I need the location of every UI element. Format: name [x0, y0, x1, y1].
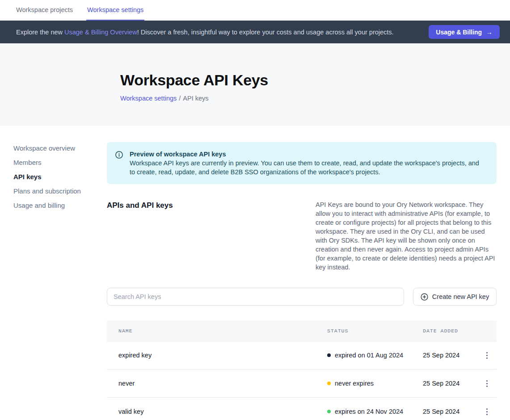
column-header-status: STATUS [327, 328, 421, 334]
table-row: never never expires 25 Sep 2024 [107, 370, 497, 398]
preview-alert: Preview of workspace API keys Workspace … [107, 142, 497, 184]
banner-message: Explore the new Usage & Billing Overview… [16, 29, 429, 36]
table-row: expired key expired on 01 Aug 2024 25 Se… [107, 341, 497, 370]
tab-workspace-settings[interactable]: Workspace settings [86, 0, 144, 21]
plus-circle-icon [421, 293, 428, 301]
api-key-name: valid key [118, 408, 327, 415]
search-input[interactable] [107, 288, 404, 306]
api-key-status: expires on 24 Nov 2024 [327, 408, 421, 415]
table-row: valid key expires on 24 Nov 2024 25 Sep … [107, 398, 497, 420]
status-label: expires on 24 Nov 2024 [335, 408, 403, 415]
page-header: Workspace API Keys Workspace settings/AP… [0, 43, 510, 126]
sidebar-item-workspace-overview[interactable]: Workspace overview [13, 141, 107, 155]
content-column: Preview of workspace API keys Workspace … [107, 126, 497, 420]
banner-text-before: Explore the new [16, 29, 64, 36]
usage-billing-button-label: Usage & Billing [436, 29, 482, 36]
apis-section: APIs and API keys API Keys are bound to … [107, 200, 497, 272]
sidebar-item-api-keys[interactable]: API keys [13, 169, 107, 184]
table-header-row: NAME STATUS DATE ADDED [107, 320, 497, 341]
status-dot [327, 353, 331, 357]
sidebar-item-members[interactable]: Members [13, 155, 107, 169]
main-area: Workspace overview Members API keys Plan… [0, 126, 510, 420]
api-key-name: expired key [118, 352, 327, 359]
row-actions-kebab-icon[interactable] [480, 349, 493, 361]
page-title: Workspace API Keys [120, 71, 497, 89]
alert-body: Workspace API keys are currently in prev… [130, 159, 486, 176]
status-dot [327, 382, 331, 385]
api-keys-table: NAME STATUS DATE ADDED expired key expir… [107, 320, 497, 420]
status-dot [327, 410, 331, 413]
tab-workspace-projects[interactable]: Workspace projects [15, 0, 74, 21]
api-key-status: never expires [327, 380, 421, 387]
section-description: API Keys are bound to your Ory Network w… [316, 200, 497, 272]
breadcrumb: Workspace settings/API keys [120, 95, 497, 102]
api-key-name: never [118, 380, 327, 387]
top-tab-bar: Workspace projects Workspace settings [0, 0, 510, 21]
usage-billing-button[interactable]: Usage & Billing → [429, 25, 500, 39]
arrow-right-icon: → [486, 28, 493, 36]
api-key-date-added: 25 Sep 2024 [421, 408, 480, 415]
alert-content: Preview of workspace API keys Workspace … [130, 150, 486, 176]
status-label: expired on 01 Aug 2024 [335, 352, 403, 359]
sidebar-item-plans-and-subscription[interactable]: Plans and subscription [13, 184, 107, 198]
api-key-date-added: 25 Sep 2024 [421, 380, 480, 387]
settings-sidebar: Workspace overview Members API keys Plan… [0, 126, 107, 420]
breadcrumb-workspace-settings-link[interactable]: Workspace settings [120, 95, 177, 102]
api-key-date-added: 25 Sep 2024 [421, 352, 480, 359]
breadcrumb-current: API keys [183, 95, 208, 102]
section-heading: APIs and API keys [107, 200, 316, 272]
status-label: never expires [335, 380, 374, 387]
workspace-api-keys-page: Workspace projects Workspace settings Ex… [0, 0, 510, 420]
create-api-key-button[interactable]: Create new API key [413, 288, 497, 306]
api-key-status: expired on 01 Aug 2024 [327, 352, 421, 359]
column-header-name: NAME [118, 328, 327, 334]
column-header-date-added: DATE ADDED [421, 328, 480, 334]
sidebar-item-usage-and-billing[interactable]: Usage and billing [13, 198, 107, 212]
breadcrumb-separator: / [179, 95, 181, 102]
info-icon [115, 151, 123, 176]
usage-billing-banner: Explore the new Usage & Billing Overview… [0, 21, 510, 43]
alert-title: Preview of workspace API keys [130, 150, 486, 159]
create-api-key-label: Create new API key [432, 293, 489, 300]
row-actions-kebab-icon[interactable] [480, 377, 493, 390]
api-keys-toolbar: Create new API key [107, 288, 497, 306]
row-actions-kebab-icon[interactable] [480, 405, 493, 418]
banner-text-after: ! Discover a fresh, insightful way to ex… [137, 29, 394, 36]
usage-billing-overview-link[interactable]: Usage & Billing Overview [64, 29, 137, 36]
